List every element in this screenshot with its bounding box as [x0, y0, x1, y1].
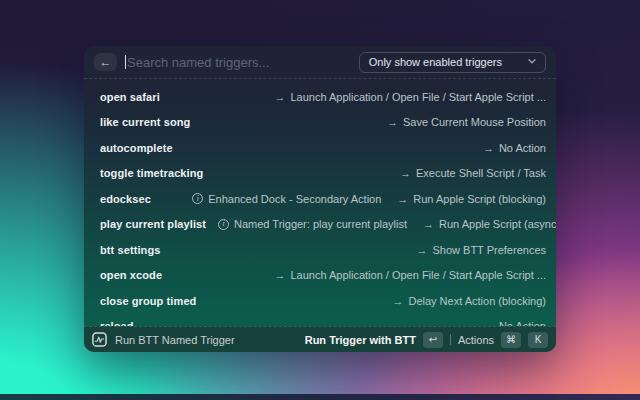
btt-logo-icon [92, 332, 107, 347]
arrow-right-icon: → [397, 193, 408, 205]
cmd-key-badge: ⌘ [501, 332, 521, 348]
trigger-row-right: iEnhanced Dock - Secondary Action→Run Ap… [192, 193, 546, 205]
trigger-action-text: Save Current Mouse Position [403, 116, 546, 128]
trigger-name: open xcode [100, 269, 162, 281]
trigger-row-right: →Delay Next Action (blocking) [392, 295, 546, 307]
trigger-row[interactable]: like current song→Save Current Mouse Pos… [84, 110, 556, 136]
arrow-right-icon: → [416, 244, 427, 256]
actions-button[interactable]: Actions ⌘ K [458, 332, 548, 348]
trigger-row[interactable]: autocomplete→No Action [84, 135, 556, 161]
trigger-name: autocomplete [100, 142, 173, 154]
trigger-name: edocksec [100, 193, 151, 205]
search-input[interactable] [127, 55, 351, 70]
run-trigger-label: Run Trigger with BTT [305, 334, 416, 346]
trigger-action: →Save Current Mouse Position [387, 116, 546, 128]
arrow-right-icon: → [400, 167, 411, 179]
trigger-action: →Run Apple Script (blocking) [397, 193, 546, 205]
actions-label: Actions [458, 334, 494, 346]
footer-divider [450, 334, 451, 345]
return-key-badge: ↩ [423, 332, 443, 348]
trigger-action-text: No Action [499, 142, 546, 154]
trigger-name: toggle timetracking [100, 167, 203, 179]
arrow-right-icon: → [392, 295, 403, 307]
trigger-name: play current playlist [100, 218, 206, 230]
trigger-row[interactable]: toggle timetracking→Execute Shell Script… [84, 161, 556, 187]
trigger-row[interactable]: close group timed→Delay Next Action (blo… [84, 288, 556, 314]
k-key-badge: K [528, 332, 548, 348]
trigger-row-right: →Execute Shell Script / Task [400, 167, 546, 179]
arrow-right-icon: → [274, 269, 285, 281]
footer-app-context: Run BTT Named Trigger [92, 332, 235, 347]
trigger-name: close group timed [100, 295, 196, 307]
arrow-right-icon: → [387, 116, 398, 128]
trigger-row[interactable]: edockseciEnhanced Dock - Secondary Actio… [84, 186, 556, 212]
trigger-row-right: →Launch Application / Open File / Start … [274, 91, 546, 103]
info-icon: i [192, 193, 203, 204]
trigger-row[interactable]: play current playlistiNamed Trigger: pla… [84, 212, 556, 238]
footer-bar: Run BTT Named Trigger Run Trigger with B… [84, 326, 556, 352]
trigger-note-text: Named Trigger: play current playlist [234, 218, 407, 230]
trigger-row-right: iNamed Trigger: play current playlist→Ru… [218, 218, 546, 230]
trigger-action-text: Launch Application / Open File / Start A… [290, 269, 546, 281]
trigger-row[interactable]: btt settings→Show BTT Preferences [84, 237, 556, 263]
back-arrow-icon: ← [100, 56, 112, 68]
trigger-name: open safari [100, 91, 160, 103]
arrow-right-icon: → [483, 142, 494, 154]
trigger-action-text: Execute Shell Script / Task [416, 167, 546, 179]
trigger-action: →Run Apple Script (async in background) [423, 218, 556, 230]
search-field-wrap [125, 55, 351, 70]
btt-trigger-search-window: ← Only show enabled triggers open safari… [84, 46, 556, 352]
trigger-action-text: Run Apple Script (blocking) [413, 193, 546, 205]
trigger-action: →No Action [483, 142, 546, 154]
text-caret [125, 55, 126, 69]
trigger-action-text: Delay Next Action (blocking) [408, 295, 546, 307]
trigger-row[interactable]: open xcode→Launch Application / Open Fil… [84, 263, 556, 289]
trigger-action: →Launch Application / Open File / Start … [274, 269, 546, 281]
trigger-row-right: →Show BTT Preferences [416, 244, 546, 256]
trigger-action: →Show BTT Preferences [416, 244, 546, 256]
trigger-note-text: Enhanced Dock - Secondary Action [208, 193, 381, 205]
trigger-row-right: →Launch Application / Open File / Start … [274, 269, 546, 281]
footer-actions: Run Trigger with BTT ↩ Actions ⌘ K [305, 332, 548, 348]
filter-dropdown[interactable]: Only show enabled triggers [359, 52, 546, 73]
trigger-action-text: Show BTT Preferences [432, 244, 546, 256]
trigger-action: →Delay Next Action (blocking) [392, 295, 546, 307]
trigger-action: →Launch Application / Open File / Start … [274, 91, 546, 103]
back-button[interactable]: ← [94, 53, 117, 71]
footer-left-label: Run BTT Named Trigger [115, 334, 235, 346]
info-icon: i [218, 219, 229, 230]
trigger-note: iEnhanced Dock - Secondary Action [192, 193, 381, 205]
trigger-name: btt settings [100, 244, 160, 256]
trigger-action-text: Run Apple Script (async in background) [439, 218, 556, 230]
chevron-down-icon [528, 59, 536, 64]
trigger-note: iNamed Trigger: play current playlist [218, 218, 407, 230]
trigger-list[interactable]: open safari→Launch Application / Open Fi… [84, 79, 556, 326]
trigger-row[interactable]: open safari→Launch Application / Open Fi… [84, 84, 556, 110]
trigger-action: →Execute Shell Script / Task [400, 167, 546, 179]
arrow-right-icon: → [423, 218, 434, 230]
trigger-name: like current song [100, 116, 190, 128]
trigger-row[interactable]: reload→No Action [84, 314, 556, 327]
run-trigger-button[interactable]: Run Trigger with BTT ↩ [305, 332, 443, 348]
arrow-right-icon: → [274, 91, 285, 103]
search-header: ← Only show enabled triggers [84, 46, 556, 79]
trigger-row-right: →Save Current Mouse Position [387, 116, 546, 128]
trigger-row-right: →No Action [483, 142, 546, 154]
filter-dropdown-label: Only show enabled triggers [369, 56, 502, 68]
trigger-action-text: Launch Application / Open File / Start A… [290, 91, 546, 103]
screen-bottom-strip [0, 394, 640, 400]
